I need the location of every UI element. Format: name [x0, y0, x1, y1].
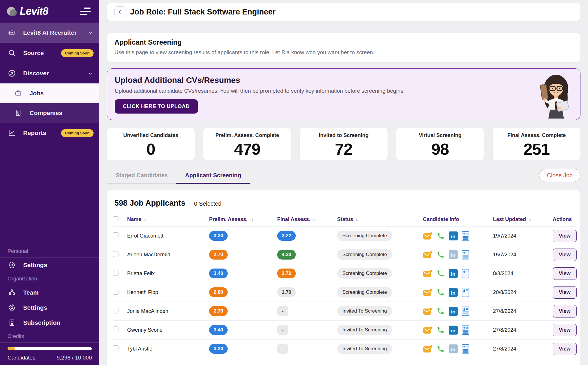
row-checkbox[interactable] [113, 289, 118, 295]
sidebar-item-org-settings[interactable]: Settings [0, 300, 99, 315]
phone-icon[interactable] [437, 307, 445, 315]
upload-banner-title: Upload Additional CVs/Resumes [115, 76, 573, 85]
prelim-score-pill: 2.70 [209, 306, 228, 316]
linkedin-icon[interactable]: in [448, 325, 458, 335]
linkedin-icon[interactable]: in [448, 288, 458, 297]
column-header-final: Final Assess. [277, 216, 310, 222]
view-button[interactable]: View [553, 267, 577, 280]
final-score-pill: 1.70 [277, 287, 296, 297]
table-row: Jonie MacAlinden 2.70 - Invited To Scree… [113, 302, 575, 320]
email-icon[interactable] [423, 288, 433, 297]
email-icon[interactable] [423, 345, 433, 353]
phone-icon[interactable] [437, 326, 445, 334]
row-checkbox[interactable] [113, 270, 118, 276]
sort-icon[interactable]: ↑↓ [144, 217, 147, 222]
resume-icon[interactable] [462, 306, 469, 316]
levit8-logo[interactable]: Levit8 [7, 5, 48, 17]
linkedin-icon[interactable]: in [448, 269, 458, 278]
section-label-organization: Organization [0, 273, 99, 282]
stats-row: Unverified Candidates 0 Prelim. Assess. … [107, 128, 580, 160]
upload-button[interactable]: CLICK HERE TO UPLOAD [115, 99, 198, 114]
building-icon [14, 109, 23, 117]
prelim-score-pill: 3.40 [209, 269, 228, 278]
sidebar-item-reports[interactable]: Reports Coming Soon [0, 123, 99, 143]
row-checkbox[interactable] [113, 251, 118, 257]
sort-icon[interactable]: ↑↓ [313, 217, 315, 222]
screening-intro-title: Applicant Screening [114, 38, 573, 46]
phone-icon[interactable] [437, 345, 445, 353]
sidebar-item-discover[interactable]: Discover [0, 63, 99, 83]
sort-icon[interactable]: ↑↓ [250, 217, 253, 222]
linkedin-icon[interactable]: in [448, 250, 458, 260]
table-row: Gwenny Scone 3.40 - Invited To Screening… [113, 320, 575, 339]
view-button[interactable]: View [553, 286, 577, 299]
stat-card: Prelim. Assess. Complete 479 [203, 128, 291, 160]
email-icon[interactable] [423, 326, 433, 334]
back-button[interactable] [114, 6, 125, 17]
email-icon[interactable] [423, 307, 433, 315]
tab-staged-candidates[interactable]: Staged Candidates [107, 170, 176, 184]
view-button[interactable]: View [553, 324, 577, 336]
last-updated: 27/8/2024 [493, 346, 553, 352]
ria-avatar-illustration [536, 70, 575, 120]
sidebar-item-subscription[interactable]: $ Subscription [0, 315, 99, 330]
close-job-button[interactable]: Close Job [539, 169, 580, 182]
stat-value: 98 [396, 140, 484, 158]
phone-icon[interactable] [437, 288, 445, 296]
menu-toggle-icon[interactable] [80, 8, 91, 15]
sidebar-item-team[interactable]: Team [0, 285, 99, 300]
sidebar-item-companies[interactable]: Companies [0, 103, 99, 123]
upload-banner: Upload Additional CVs/Resumes Upload add… [107, 68, 580, 120]
resume-icon[interactable] [462, 269, 469, 278]
sort-icon[interactable]: ↑↓ [355, 217, 358, 222]
chevron-left-icon [117, 9, 123, 14]
sidebar-item-label: Settings [23, 262, 47, 269]
tab-applicant-screening[interactable]: Applicant Screening [176, 170, 250, 184]
email-icon[interactable] [423, 269, 433, 278]
resume-icon[interactable] [462, 231, 469, 241]
sidebar-item-label: Reports [23, 129, 46, 136]
briefcase-icon [14, 89, 23, 97]
phone-icon[interactable] [437, 251, 445, 259]
email-icon[interactable] [423, 251, 433, 259]
sidebar-item-label: Levit8 AI Recruiter [23, 29, 77, 36]
final-score-pill: - [277, 325, 288, 335]
select-all-checkbox[interactable] [113, 216, 118, 222]
resume-icon[interactable] [462, 344, 469, 354]
row-checkbox[interactable] [113, 326, 118, 332]
compass-icon [8, 69, 16, 78]
resume-icon[interactable] [462, 325, 469, 335]
row-checkbox[interactable] [113, 308, 118, 313]
table-row: Arleen MacDermid 2.70 4.20 Screening Com… [113, 245, 575, 264]
linkedin-icon[interactable]: in [448, 344, 458, 354]
sort-icon[interactable]: ↑↓ [528, 217, 531, 222]
prelim-score-pill: 3.30 [209, 344, 228, 354]
sidebar-item-label: Companies [30, 110, 62, 116]
table-row: Kenneth Fipp 2.80 1.70 Screening Complet… [113, 283, 575, 302]
status-badge: Screening Complete [337, 249, 392, 260]
row-checkbox[interactable] [113, 232, 118, 238]
row-checkbox[interactable] [113, 345, 118, 351]
sidebar-item-ai-recruiter[interactable]: Levit8 AI Recruiter [0, 23, 99, 43]
logo-mark-icon [7, 6, 18, 17]
receipt-icon: $ [8, 318, 16, 327]
linkedin-icon[interactable]: in [448, 231, 458, 241]
view-button[interactable]: View [553, 343, 577, 355]
resume-icon[interactable] [462, 288, 469, 297]
email-icon[interactable] [423, 232, 433, 240]
candidate-name: Tybi Anstie [127, 346, 209, 352]
phone-icon[interactable] [437, 269, 445, 278]
sidebar-item-jobs[interactable]: Jobs [0, 83, 99, 103]
view-button[interactable]: View [553, 249, 577, 261]
sidebar-item-personal-settings[interactable]: Settings [0, 258, 99, 273]
resume-icon[interactable] [462, 250, 469, 260]
view-button[interactable]: View [553, 305, 577, 317]
linkedin-icon[interactable]: in [448, 306, 458, 316]
phone-icon[interactable] [437, 232, 445, 240]
sidebar-item-source[interactable]: Source Coming Soon [0, 43, 99, 63]
table-row: Errol Giacometti 3.30 3.22 Screening Com… [113, 226, 575, 245]
sidebar-item-label: Subscription [23, 319, 60, 326]
column-header-name: Name [127, 216, 141, 222]
status-badge: Screening Complete [337, 231, 392, 241]
view-button[interactable]: View [553, 230, 577, 242]
